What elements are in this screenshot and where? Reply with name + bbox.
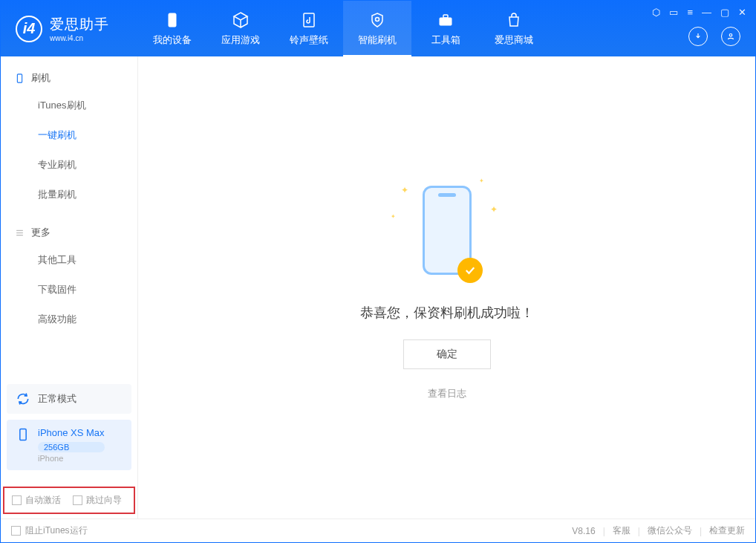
status-bar: 阻止iTunes运行 V8.16 | 客服 | 微信公众号 | 检查更新 [1, 518, 755, 542]
svg-rect-6 [17, 74, 22, 82]
sparkle-icon: ✦ [401, 185, 408, 195]
shirt-icon[interactable]: ⬡ [652, 7, 660, 18]
svg-rect-3 [440, 18, 452, 25]
app-url: www.i4.cn [50, 34, 109, 42]
separator: | [700, 526, 702, 536]
sidebar-item-other-tools[interactable]: 其他工具 [1, 245, 137, 275]
link-support[interactable]: 客服 [613, 524, 630, 537]
checkbox-icon [12, 495, 22, 505]
separator: | [638, 526, 640, 536]
note-icon[interactable]: ▭ [669, 7, 678, 18]
sidebar-section-flash: 刷机 [1, 65, 137, 91]
sidebar-item-itunes-flash[interactable]: iTunes刷机 [1, 91, 137, 120]
phone-icon [163, 11, 181, 29]
app-header: i4 爱思助手 www.i4.cn 我的设备 应用游戏 铃声壁纸 智能刷机 工具… [1, 1, 755, 56]
tab-apps[interactable]: 应用游戏 [206, 1, 275, 56]
minimize-button[interactable]: — [702, 7, 711, 18]
music-file-icon [300, 11, 318, 29]
sparkle-icon: ✦ [490, 204, 498, 215]
sidebar-item-pro-flash[interactable]: 专业刷机 [1, 150, 137, 180]
device-name: iPhone XS Max [38, 427, 105, 438]
cube-icon [232, 11, 250, 29]
sparkle-icon: ✦ [391, 213, 396, 220]
tab-label: 爱思商城 [495, 33, 533, 47]
tab-label: 工具箱 [431, 33, 460, 47]
checkbox-icon [11, 526, 21, 536]
tab-store[interactable]: 爱思商城 [480, 1, 548, 56]
svg-point-5 [729, 34, 732, 37]
device-storage-badge: 256GB [38, 442, 105, 452]
sidebar-item-advanced[interactable]: 高级功能 [1, 305, 137, 334]
header-actions [688, 27, 740, 46]
tab-label: 智能刷机 [358, 33, 397, 47]
confirm-button[interactable]: 确定 [403, 339, 491, 369]
tab-flash[interactable]: 智能刷机 [343, 1, 411, 56]
checkbox-stop-itunes[interactable]: 阻止iTunes运行 [11, 524, 88, 537]
success-illustration: ✦ ✦ ✦ ✦ [388, 175, 506, 286]
sidebar-item-oneclick-flash[interactable]: 一键刷机 [1, 120, 137, 150]
view-log-link[interactable]: 查看日志 [428, 387, 466, 400]
device-card[interactable]: iPhone XS Max 256GB iPhone [7, 420, 131, 470]
svg-rect-10 [20, 429, 26, 440]
download-icon [693, 31, 703, 42]
tab-my-device[interactable]: 我的设备 [138, 1, 206, 56]
checkbox-label: 跳过向导 [86, 494, 122, 507]
flash-options-highlighted: 自动激活 跳过向导 [3, 487, 135, 514]
svg-rect-0 [169, 13, 176, 27]
logo-area: i4 爱思助手 www.i4.cn [1, 15, 138, 42]
menu-icon[interactable]: ≡ [687, 7, 693, 18]
sidebar-item-download-firmware[interactable]: 下载固件 [1, 275, 137, 305]
main-content: ✦ ✦ ✦ ✦ 恭喜您，保资料刷机成功啦！ 确定 查看日志 [138, 56, 755, 518]
link-update[interactable]: 检查更新 [709, 524, 745, 537]
user-icon [726, 31, 736, 42]
device-mode-card[interactable]: 正常模式 [7, 384, 131, 414]
tab-label: 铃声壁纸 [290, 33, 328, 47]
toolbox-icon [437, 11, 454, 29]
sidebar-item-batch-flash[interactable]: 批量刷机 [1, 180, 137, 209]
refresh-icon [16, 391, 30, 406]
user-button[interactable] [721, 27, 740, 46]
logo-icon: i4 [16, 16, 42, 42]
svg-rect-4 [443, 15, 448, 18]
version-label: V8.16 [572, 526, 595, 536]
separator: | [603, 526, 605, 536]
tab-ringtones[interactable]: 铃声壁纸 [275, 1, 343, 56]
checkbox-auto-activate[interactable]: 自动激活 [12, 494, 61, 507]
checkbox-skip-guide[interactable]: 跳过向导 [73, 494, 122, 507]
sidebar-section-more: 更多 [1, 220, 137, 245]
store-icon [505, 11, 523, 29]
section-title: 更多 [31, 226, 50, 239]
checkbox-label: 阻止iTunes运行 [25, 524, 88, 537]
device-icon [14, 73, 25, 84]
device-type: iPhone [38, 454, 105, 463]
section-title: 刷机 [31, 71, 50, 85]
nav-tabs: 我的设备 应用游戏 铃声壁纸 智能刷机 工具箱 爱思商城 [138, 1, 548, 56]
tab-label: 我的设备 [153, 33, 192, 47]
list-icon [14, 227, 25, 238]
shield-icon [368, 11, 386, 29]
svg-point-2 [376, 17, 379, 21]
success-check-badge [457, 258, 483, 283]
download-button[interactable] [688, 27, 708, 46]
close-button[interactable]: ✕ [738, 7, 746, 18]
tab-toolbox[interactable]: 工具箱 [411, 1, 480, 56]
checkbox-icon [73, 495, 82, 505]
link-wechat[interactable]: 微信公众号 [648, 524, 692, 537]
window-controls: ⬡ ▭ ≡ — ▢ ✕ [652, 7, 746, 18]
maximize-button[interactable]: ▢ [720, 7, 729, 18]
checkbox-label: 自动激活 [25, 494, 61, 507]
sparkle-icon: ✦ [479, 178, 484, 184]
app-title: 爱思助手 [50, 15, 109, 34]
success-message: 恭喜您，保资料刷机成功啦！ [360, 304, 534, 322]
tab-label: 应用游戏 [221, 33, 260, 47]
device-mode-label: 正常模式 [38, 392, 76, 406]
check-icon [463, 264, 477, 277]
sidebar: 刷机 iTunes刷机 一键刷机 专业刷机 批量刷机 更多 其他工具 下载固件 … [1, 56, 138, 518]
phone-icon [16, 427, 30, 442]
svg-rect-1 [304, 13, 314, 27]
